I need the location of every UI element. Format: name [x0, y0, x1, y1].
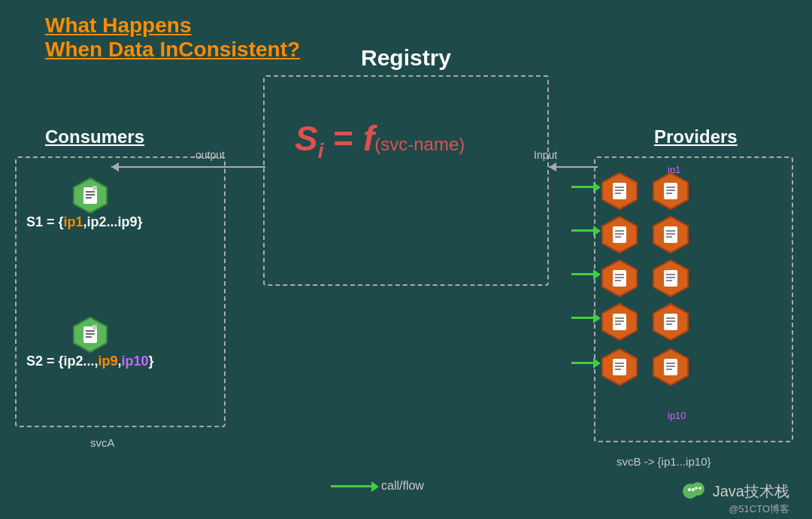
- svg-rect-50: [666, 320, 675, 322]
- legend-text: call/flow: [381, 479, 424, 493]
- svg-rect-35: [615, 277, 624, 278]
- svg-rect-40: [666, 277, 675, 278]
- s1-ip1: ip1: [64, 214, 83, 229]
- svg-point-65: [692, 488, 695, 491]
- svg-rect-3: [86, 194, 95, 196]
- s2-end: }: [149, 354, 154, 369]
- svg-rect-55: [615, 366, 624, 367]
- svg-rect-26: [615, 236, 621, 238]
- svg-rect-10: [86, 336, 92, 338]
- svca-label: svcA: [90, 436, 115, 449]
- svg-rect-11: [92, 325, 97, 329]
- svg-rect-25: [615, 233, 624, 235]
- svg-rect-2: [86, 191, 95, 193]
- consumer-1-icon: [71, 177, 109, 217]
- branding-text: Java技术栈: [713, 481, 789, 502]
- wechat-icon: [681, 478, 707, 504]
- svg-rect-36: [615, 280, 621, 281]
- svg-rect-51: [666, 323, 672, 325]
- provider-hex-1-2: [651, 171, 690, 214]
- registry-label: Registry: [323, 45, 489, 71]
- svg-rect-30: [666, 233, 675, 235]
- input-label: Input: [534, 149, 557, 161]
- svg-rect-34: [615, 274, 624, 275]
- svg-rect-46: [615, 323, 621, 325]
- svg-rect-21: [666, 193, 672, 194]
- registry-box: Si = f(svc-name): [263, 75, 549, 286]
- green-arrow-5: [571, 362, 594, 364]
- green-arrow-1: [571, 186, 594, 188]
- svg-rect-29: [666, 230, 675, 232]
- svg-rect-41: [666, 280, 672, 281]
- svg-rect-61: [666, 369, 672, 370]
- svg-rect-24: [615, 230, 624, 232]
- s1-label: S1 = {: [26, 214, 64, 229]
- svg-rect-4: [86, 197, 92, 199]
- green-arrow-3: [571, 273, 594, 275]
- provider-hex-2-1: [600, 215, 639, 257]
- svg-rect-20: [666, 190, 675, 191]
- svg-rect-56: [615, 369, 621, 370]
- svg-rect-5: [92, 186, 97, 190]
- title-line2: When Data InConsistent?: [45, 38, 300, 62]
- consumers-box: [15, 156, 226, 427]
- s1-rest: ,ip2...ip9}: [83, 214, 143, 229]
- svg-point-64: [688, 488, 691, 491]
- registry-formula: Si = f(svc-name): [295, 118, 465, 163]
- svg-rect-45: [615, 320, 624, 322]
- s2-ip10: ip10: [122, 354, 149, 369]
- svg-rect-9: [86, 333, 95, 335]
- svg-rect-14: [615, 187, 624, 188]
- svg-rect-19: [666, 187, 675, 188]
- input-arrow: [549, 166, 598, 168]
- provider-hex-4-1: [600, 302, 639, 344]
- provider-hex-1-1: [600, 171, 639, 214]
- consumers-label: Consumers: [45, 126, 144, 147]
- providers-label: Providers: [654, 126, 738, 147]
- svg-rect-8: [86, 330, 95, 332]
- svg-rect-39: [666, 274, 675, 275]
- provider-hex-2-2: [651, 215, 690, 257]
- svg-rect-15: [615, 190, 624, 191]
- ip10-label: ip10: [668, 410, 686, 421]
- svg-rect-31: [666, 236, 672, 238]
- title-line1: What Happens: [45, 14, 300, 38]
- consumer-2-icon: [71, 316, 109, 357]
- provider-hex-3-1: [600, 259, 639, 301]
- svg-rect-44: [615, 317, 624, 319]
- title-block: What Happens When Data InConsistent?: [45, 14, 300, 62]
- svg-point-66: [695, 487, 698, 490]
- s1-text: S1 = {ip1,ip2...ip9}: [26, 214, 143, 230]
- green-arrow-2: [571, 229, 594, 232]
- svg-rect-49: [666, 317, 675, 319]
- svg-rect-60: [666, 366, 675, 367]
- s2-label: S2 = {ip2...,: [26, 354, 98, 369]
- svcb-label: svcB -> {ip1...ip10}: [617, 455, 711, 468]
- s2-text: S2 = {ip2...,ip9,ip10}: [26, 354, 154, 369]
- green-arrow-4: [571, 317, 594, 319]
- svg-rect-59: [666, 363, 675, 364]
- legend-arrow-icon: [331, 485, 372, 487]
- provider-hex-3-2: [651, 259, 690, 301]
- provider-hex-5-2: [651, 348, 690, 390]
- svg-point-67: [698, 487, 701, 490]
- branding: Java技术栈: [681, 478, 789, 504]
- legend-area: call/flow: [331, 479, 424, 493]
- provider-hex-4-2: [651, 302, 690, 344]
- s2-ip9: ip9: [98, 354, 118, 369]
- provider-hex-5-1: [600, 348, 639, 390]
- svg-rect-54: [615, 363, 624, 364]
- svg-rect-16: [615, 193, 621, 194]
- watermark: @51CTO博客: [729, 502, 789, 516]
